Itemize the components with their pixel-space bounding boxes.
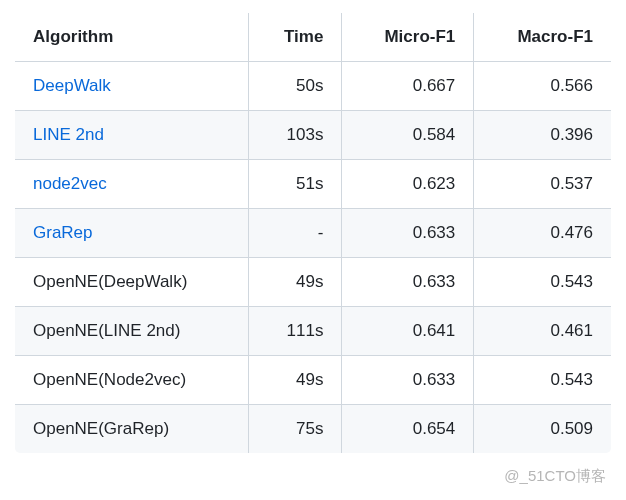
table-body: DeepWalk50s0.6670.566LINE 2nd103s0.5840.… [15,62,612,454]
cell-time: 103s [248,111,341,160]
col-header-micro-f1: Micro-F1 [342,13,474,62]
cell-micro-f1: 0.623 [342,160,474,209]
algorithm-link[interactable]: LINE 2nd [33,125,104,144]
algorithm-link[interactable]: DeepWalk [33,76,111,95]
col-header-time: Time [248,13,341,62]
table-row: OpenNE(Node2vec)49s0.6330.543 [15,356,612,405]
cell-macro-f1: 0.476 [474,209,612,258]
cell-macro-f1: 0.396 [474,111,612,160]
cell-macro-f1: 0.543 [474,356,612,405]
cell-algorithm: OpenNE(LINE 2nd) [15,307,249,356]
table-row: node2vec51s0.6230.537 [15,160,612,209]
algorithm-text: OpenNE(Node2vec) [33,370,186,389]
cell-macro-f1: 0.566 [474,62,612,111]
cell-time: 49s [248,258,341,307]
cell-algorithm: node2vec [15,160,249,209]
cell-micro-f1: 0.584 [342,111,474,160]
watermark: @_51CTO博客 [504,467,606,486]
cell-micro-f1: 0.633 [342,209,474,258]
results-table: Algorithm Time Micro-F1 Macro-F1 DeepWal… [14,12,612,454]
algorithm-text: OpenNE(LINE 2nd) [33,321,180,340]
algorithm-link[interactable]: node2vec [33,174,107,193]
table-row: GraRep-0.6330.476 [15,209,612,258]
cell-algorithm: GraRep [15,209,249,258]
cell-algorithm: OpenNE(GraRep) [15,405,249,454]
cell-micro-f1: 0.667 [342,62,474,111]
cell-time: - [248,209,341,258]
cell-time: 49s [248,356,341,405]
cell-macro-f1: 0.543 [474,258,612,307]
table-row: OpenNE(LINE 2nd)111s0.6410.461 [15,307,612,356]
cell-micro-f1: 0.633 [342,356,474,405]
table-row: OpenNE(DeepWalk)49s0.6330.543 [15,258,612,307]
cell-time: 51s [248,160,341,209]
cell-algorithm: OpenNE(DeepWalk) [15,258,249,307]
cell-macro-f1: 0.537 [474,160,612,209]
col-header-macro-f1: Macro-F1 [474,13,612,62]
table-row: OpenNE(GraRep)75s0.6540.509 [15,405,612,454]
cell-micro-f1: 0.654 [342,405,474,454]
algorithm-link[interactable]: GraRep [33,223,93,242]
cell-micro-f1: 0.641 [342,307,474,356]
results-table-container: Algorithm Time Micro-F1 Macro-F1 DeepWal… [0,0,626,466]
table-header-row: Algorithm Time Micro-F1 Macro-F1 [15,13,612,62]
cell-algorithm: OpenNE(Node2vec) [15,356,249,405]
cell-micro-f1: 0.633 [342,258,474,307]
algorithm-text: OpenNE(DeepWalk) [33,272,187,291]
table-row: LINE 2nd103s0.5840.396 [15,111,612,160]
table-row: DeepWalk50s0.6670.566 [15,62,612,111]
cell-macro-f1: 0.509 [474,405,612,454]
cell-algorithm: DeepWalk [15,62,249,111]
algorithm-text: OpenNE(GraRep) [33,419,169,438]
cell-algorithm: LINE 2nd [15,111,249,160]
col-header-algorithm: Algorithm [15,13,249,62]
cell-macro-f1: 0.461 [474,307,612,356]
cell-time: 111s [248,307,341,356]
cell-time: 75s [248,405,341,454]
cell-time: 50s [248,62,341,111]
